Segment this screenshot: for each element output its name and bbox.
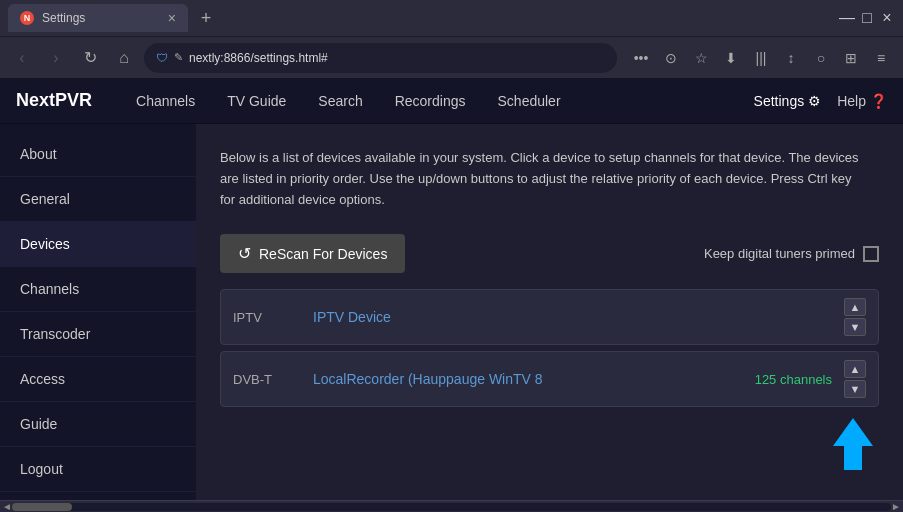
sidebar-item-channels[interactable]: Channels: [0, 267, 196, 312]
dvbt-down-button[interactable]: ▼: [844, 380, 866, 398]
forward-button[interactable]: ›: [42, 44, 70, 72]
tab-close-button[interactable]: ×: [168, 11, 176, 25]
keep-tuners-checkbox[interactable]: [863, 246, 879, 262]
keep-tuners-row: Keep digital tuners primed: [704, 246, 879, 262]
help-question-icon: ❓: [870, 93, 887, 109]
device-row-dvbt: DVB-T LocalRecorder (Hauppauge WinTV 8 1…: [220, 351, 879, 407]
grid-icon[interactable]: ⊞: [837, 44, 865, 72]
sidebar-item-guide[interactable]: Guide: [0, 402, 196, 447]
iptv-up-button[interactable]: ▲: [844, 298, 866, 316]
nav-recordings[interactable]: Recordings: [381, 87, 480, 115]
download-icon[interactable]: ⬇: [717, 44, 745, 72]
library-icon[interactable]: |||: [747, 44, 775, 72]
nav-tv-guide[interactable]: TV Guide: [213, 87, 300, 115]
toolbar-icons: ••• ⊙ ☆ ⬇ ||| ↕ ○ ⊞ ≡: [627, 44, 895, 72]
settings-label: Settings: [754, 93, 805, 109]
nav-scheduler[interactable]: Scheduler: [484, 87, 575, 115]
dvbt-up-button[interactable]: ▲: [844, 360, 866, 378]
help-label: Help: [837, 93, 866, 109]
url-text: nextly:8866/settings.html#: [189, 51, 605, 65]
pocket-icon[interactable]: ⊙: [657, 44, 685, 72]
actions-row: ↺ ReScan For Devices Keep digital tuners…: [220, 234, 879, 273]
rescan-label: ReScan For Devices: [259, 246, 387, 262]
device-name-dvbt[interactable]: LocalRecorder (Hauppauge WinTV 8: [313, 371, 755, 387]
device-type-dvbt: DVB-T: [233, 372, 313, 387]
account-icon[interactable]: ○: [807, 44, 835, 72]
sidebar-item-devices[interactable]: Devices: [0, 222, 196, 267]
refresh-button[interactable]: ↻: [76, 44, 104, 72]
new-tab-button[interactable]: +: [194, 6, 218, 30]
maximize-button[interactable]: □: [859, 10, 875, 26]
sidebar: About General Devices Channels Transcode…: [0, 124, 196, 500]
content-area: Below is a list of devices available in …: [196, 124, 903, 500]
device-row-iptv: IPTV IPTV Device ▲ ▼: [220, 289, 879, 345]
browser-titlebar: N Settings × + — □ ×: [0, 0, 903, 36]
sidebar-item-about[interactable]: About: [0, 132, 196, 177]
app-header: NextPVR Channels TV Guide Search Recordi…: [0, 78, 903, 124]
rescan-icon: ↺: [238, 244, 251, 263]
device-type-iptv: IPTV: [233, 310, 313, 325]
shield-icon: 🛡: [156, 51, 168, 65]
home-button[interactable]: ⌂: [110, 44, 138, 72]
app-container: NextPVR Channels TV Guide Search Recordi…: [0, 78, 903, 512]
edit-icon: ✎: [174, 51, 183, 64]
scroll-right-button[interactable]: ►: [891, 501, 901, 512]
browser-tab[interactable]: N Settings ×: [8, 4, 188, 32]
scroll-left-button[interactable]: ◄: [2, 501, 12, 512]
browser-chrome: N Settings × + — □ × ‹ › ↻ ⌂ 🛡 ✎ nextly:…: [0, 0, 903, 78]
iptv-down-button[interactable]: ▼: [844, 318, 866, 336]
sidebar-item-general[interactable]: General: [0, 177, 196, 222]
settings-gear-icon: ⚙: [808, 93, 821, 109]
help-link[interactable]: Help ❓: [837, 93, 887, 109]
bookmark-icon[interactable]: ☆: [687, 44, 715, 72]
nav-settings: Settings ⚙ Help ❓: [754, 93, 887, 109]
sync-icon[interactable]: ↕: [777, 44, 805, 72]
device-name-iptv[interactable]: IPTV Device: [313, 309, 832, 325]
scrollbar-thumb[interactable]: [12, 503, 72, 511]
browser-toolbar: ‹ › ↻ ⌂ 🛡 ✎ nextly:8866/settings.html# •…: [0, 36, 903, 78]
description-text: Below is a list of devices available in …: [220, 148, 860, 210]
sidebar-item-access[interactable]: Access: [0, 357, 196, 402]
main-layout: About General Devices Channels Transcode…: [0, 124, 903, 500]
rescan-button[interactable]: ↺ ReScan For Devices: [220, 234, 405, 273]
sidebar-item-logout[interactable]: Logout: [0, 447, 196, 492]
device-arrows-iptv: ▲ ▼: [844, 298, 866, 336]
tab-favicon: N: [20, 11, 34, 25]
window-controls: — □ ×: [839, 10, 895, 26]
minimize-button[interactable]: —: [839, 10, 855, 26]
app-logo: NextPVR: [16, 90, 92, 111]
scrollbar-track[interactable]: [12, 503, 891, 511]
keep-tuners-label: Keep digital tuners primed: [704, 246, 855, 261]
settings-link[interactable]: Settings ⚙: [754, 93, 822, 109]
app-nav: Channels TV Guide Search Recordings Sche…: [122, 87, 754, 115]
tab-title: Settings: [42, 11, 160, 25]
sidebar-item-transcoder[interactable]: Transcoder: [0, 312, 196, 357]
device-channels-dvbt: 125 channels: [755, 372, 832, 387]
address-bar[interactable]: 🛡 ✎ nextly:8866/settings.html#: [144, 43, 617, 73]
more-button[interactable]: •••: [627, 44, 655, 72]
nav-search[interactable]: Search: [304, 87, 376, 115]
menu-icon[interactable]: ≡: [867, 44, 895, 72]
close-button[interactable]: ×: [879, 10, 895, 26]
nav-channels[interactable]: Channels: [122, 87, 209, 115]
device-arrows-dvbt: ▲ ▼: [844, 360, 866, 398]
bottom-scrollbar: ◄ ►: [0, 500, 903, 512]
back-button[interactable]: ‹: [8, 44, 36, 72]
